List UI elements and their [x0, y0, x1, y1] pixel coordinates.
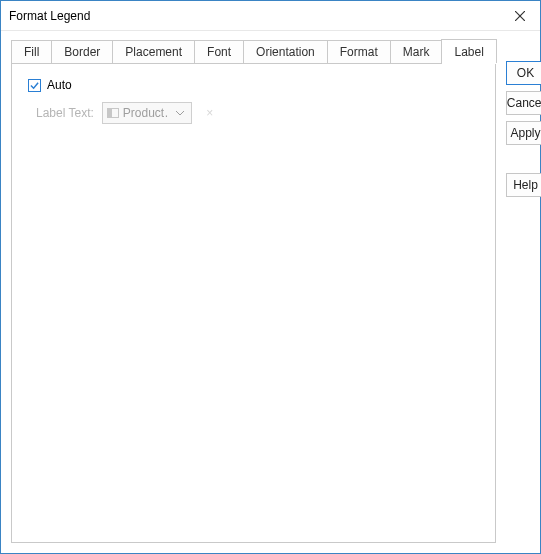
check-icon [30, 81, 39, 90]
chevron-down-icon [173, 111, 187, 116]
button-panel: OK Cancel Apply Help [506, 39, 541, 543]
column-icon [107, 108, 119, 118]
tab-mark[interactable]: Mark [390, 40, 443, 63]
window-title: Format Legend [9, 9, 500, 23]
combo-value: Product… [123, 106, 169, 120]
tab-label: Font [207, 45, 231, 59]
clear-icon: × [206, 106, 213, 120]
auto-label: Auto [47, 78, 72, 92]
label-text-row: Label Text: Product… × [36, 102, 479, 124]
tab-placement[interactable]: Placement [112, 40, 195, 63]
close-icon [515, 11, 525, 21]
tab-border[interactable]: Border [51, 40, 113, 63]
ok-button[interactable]: OK [506, 61, 541, 85]
apply-button[interactable]: Apply [506, 121, 541, 145]
button-label: Help [513, 178, 538, 192]
button-label: OK [517, 66, 534, 80]
close-button[interactable] [500, 1, 540, 31]
tab-font[interactable]: Font [194, 40, 244, 63]
dialog-window: Format Legend Fill Border Placement Font… [0, 0, 541, 554]
tab-strip: Fill Border Placement Font Orientation F… [11, 39, 496, 63]
tab-label[interactable]: Label [441, 39, 496, 63]
tab-format[interactable]: Format [327, 40, 391, 63]
titlebar: Format Legend [1, 1, 540, 31]
tab-label: Mark [403, 45, 430, 59]
tab-fill[interactable]: Fill [11, 40, 52, 63]
cancel-button[interactable]: Cancel [506, 91, 541, 115]
label-text-combo[interactable]: Product… [102, 102, 192, 124]
auto-row: Auto [28, 78, 479, 92]
tab-label: Placement [125, 45, 182, 59]
tab-label: Border [64, 45, 100, 59]
main-area: Fill Border Placement Font Orientation F… [11, 39, 496, 543]
dialog-body: Fill Border Placement Font Orientation F… [1, 31, 540, 553]
tab-orientation[interactable]: Orientation [243, 40, 328, 63]
tab-label: Fill [24, 45, 39, 59]
tab-label: Orientation [256, 45, 315, 59]
spacer [506, 151, 541, 167]
tab-label: Label [454, 45, 483, 59]
clear-label-button: × [200, 102, 220, 124]
tab-label: Format [340, 45, 378, 59]
auto-checkbox[interactable] [28, 79, 41, 92]
button-label: Apply [511, 126, 541, 140]
label-text-label: Label Text: [36, 106, 94, 120]
help-button[interactable]: Help [506, 173, 541, 197]
button-label: Cancel [507, 96, 541, 110]
tab-panel-label: Auto Label Text: Product… × [11, 63, 496, 543]
